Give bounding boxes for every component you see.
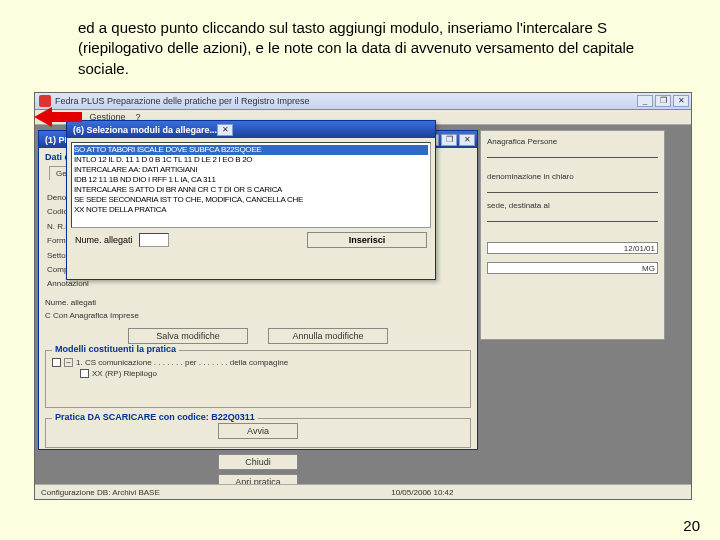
listbox-item[interactable]: SE SEDE SECONDARIA IST TO CHE, MODIFICA,…: [74, 195, 428, 205]
maximize-button[interactable]: ❐: [655, 95, 671, 107]
num-allegati-label: Nume. allegati: [75, 235, 133, 245]
tree-checkbox-2[interactable]: [80, 369, 89, 378]
code-box[interactable]: MG: [487, 262, 658, 274]
modal-title: (6) Seleziona moduli da allegare...: [67, 125, 217, 135]
modal-close-button[interactable]: ✕: [217, 124, 233, 136]
tree-checkbox-1[interactable]: [52, 358, 61, 367]
group-scaricare-legend: Pratica DA SCARICARE con codice: B22Q031…: [52, 412, 258, 422]
red-arrow-annotation: [34, 107, 82, 127]
date-box[interactable]: 12/01/01: [487, 242, 658, 254]
page-number: 20: [683, 517, 700, 534]
right-panel: Anagrafica Persone denominazione in chia…: [480, 130, 665, 340]
practice-close-button[interactable]: ✕: [459, 134, 475, 146]
sede-label: sede, destinata al: [487, 201, 658, 210]
listbox-item[interactable]: INTERCALARE AA: DATI ARTIGIANI: [74, 165, 428, 175]
listbox-item[interactable]: INTERCALARE S ATTO DI BR ANNI CR C T DI …: [74, 185, 428, 195]
app-titlebar: Fedra PLUS Preparazione delle pratiche p…: [35, 93, 691, 110]
listbox-item[interactable]: INTLO 12 IL D. 11 1 D 0 B 1C TL 11 D LE …: [74, 155, 428, 165]
app-icon: [39, 95, 51, 107]
listbox-item[interactable]: XX NOTE DELLA PRATICA: [74, 205, 428, 215]
moduli-listbox[interactable]: SO ATTO TABORI ISCALE DOVE SUBFCA B22SQO…: [71, 142, 431, 228]
tree-collapse-icon[interactable]: −: [64, 358, 73, 367]
num-allegati-input[interactable]: [139, 233, 169, 247]
status-datetime: 10/05/2006 10:42: [391, 488, 453, 497]
denominazione-label: denominazione in chiaro: [487, 172, 658, 181]
status-bar: Configurazione DB: Archivi BASE 10/05/20…: [35, 484, 691, 499]
chiudi-button[interactable]: Chiudi: [218, 454, 298, 470]
modelli-tree[interactable]: − 1. CS comunicazione . . . . . . . per …: [50, 355, 466, 381]
avvia-button[interactable]: Avvia: [218, 423, 298, 439]
salva-button[interactable]: Salva modifiche: [128, 328, 248, 344]
status-config: Configurazione DB: Archivi BASE: [41, 488, 160, 497]
row-label: Nume. allegati: [45, 298, 96, 307]
seleziona-moduli-dialog: (6) Seleziona moduli da allegare... ✕ SO…: [66, 120, 436, 280]
anagrafica-persone-label: Anagrafica Persone: [487, 137, 658, 146]
listbox-item[interactable]: IDB 12 11 1B ND DIO I RFF 1 L IA, CA 311: [74, 175, 428, 185]
listbox-item[interactable]: SO ATTO TABORI ISCALE DOVE SUBFCA B22SQO…: [74, 145, 428, 155]
window-controls: _ ❐ ✕: [637, 95, 691, 107]
tree-row-1: − 1. CS comunicazione . . . . . . . per …: [52, 357, 464, 368]
group-modelli-legend: Modelli costituenti la pratica: [52, 344, 179, 354]
modal-titlebar: (6) Seleziona moduli da allegare... ✕: [67, 121, 435, 138]
practice-max-button[interactable]: ❐: [441, 134, 457, 146]
inserisci-button[interactable]: Inserisci: [307, 232, 427, 248]
minimize-button[interactable]: _: [637, 95, 653, 107]
instruction-text: ed a questo punto cliccando sul tasto ag…: [78, 18, 638, 79]
close-button[interactable]: ✕: [673, 95, 689, 107]
app-title: Fedra PLUS Preparazione delle pratiche p…: [55, 96, 310, 106]
radio-choice[interactable]: C Con Anagrafica Imprese: [45, 311, 139, 320]
annulla-button[interactable]: Annulla modifiche: [268, 328, 388, 344]
